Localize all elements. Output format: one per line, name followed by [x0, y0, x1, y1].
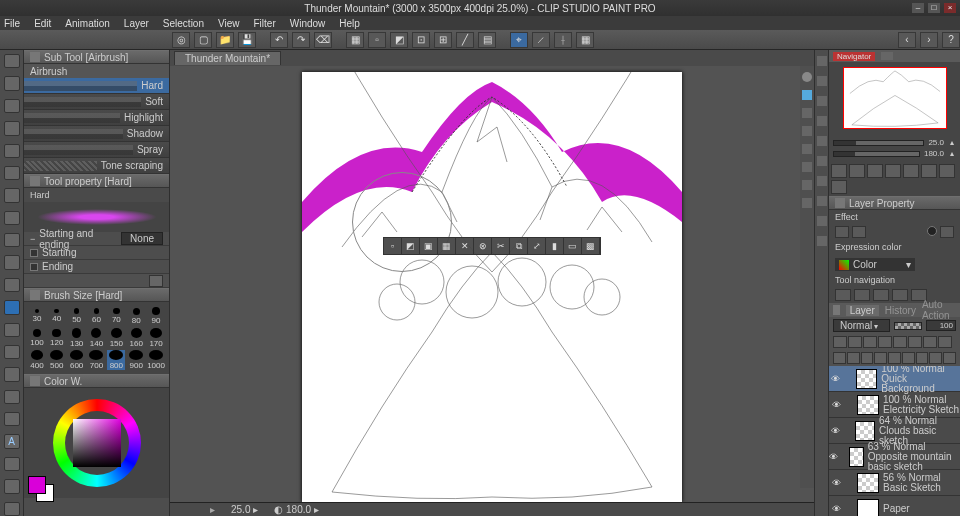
visibility-icon[interactable]: 👁 — [829, 504, 843, 514]
sel-eraseout-icon[interactable]: ⊗ — [474, 238, 492, 254]
zoom-slider[interactable] — [833, 140, 924, 146]
eyedropper-tool-icon[interactable] — [4, 211, 20, 225]
expression-color-dropdown[interactable]: Color▾ — [835, 258, 915, 271]
layer-action-icon[interactable] — [848, 336, 862, 348]
brush-size-1000[interactable]: 1000 — [147, 350, 165, 370]
frame-tool-icon[interactable] — [4, 479, 20, 493]
layer-action-icon[interactable] — [908, 336, 922, 348]
balloon-tool-icon[interactable] — [4, 457, 20, 471]
help-icon[interactable]: ? — [942, 32, 960, 48]
layer-action-icon[interactable] — [861, 352, 874, 364]
deselect-icon[interactable]: ▫ — [368, 32, 386, 48]
sel-copy-icon[interactable]: ⧉ — [510, 238, 528, 254]
marquee-tool-icon[interactable] — [4, 144, 20, 158]
material3-icon[interactable] — [802, 126, 812, 136]
brush-size-30[interactable]: 30 — [28, 306, 46, 326]
nav-zoomin-icon[interactable] — [849, 164, 865, 178]
sel-cut-icon[interactable]: ✂ — [492, 238, 510, 254]
canvas-page[interactable]: ▫ ◩ ▣ ▦ ✕ ⊗ ✂ ⧉ ⤢ ▮ ▭ ▩ — [302, 72, 682, 502]
nav-rotl-icon[interactable] — [921, 164, 937, 178]
brush-size-500[interactable]: 500 — [48, 350, 66, 370]
menu-filter[interactable]: Filter — [253, 18, 275, 29]
brush-size-800[interactable]: 800 — [107, 350, 125, 370]
brush-size-400[interactable]: 400 — [28, 350, 46, 370]
brush-size-60[interactable]: 60 — [88, 306, 106, 326]
brush-size-50[interactable]: 50 — [68, 306, 86, 326]
text-tool-icon[interactable]: A — [4, 434, 20, 448]
hue-ring[interactable] — [53, 399, 141, 487]
menu-edit[interactable]: Edit — [34, 18, 51, 29]
palette-dock-icon[interactable] — [817, 136, 827, 146]
palette-dock-icon[interactable] — [817, 96, 827, 106]
blend-mode-dropdown[interactable]: Normal ▾ — [833, 319, 890, 332]
snap-grid-icon[interactable]: ▦ — [576, 32, 594, 48]
tone-effect-icon[interactable] — [852, 226, 866, 238]
layercolor-effect-icon[interactable] — [940, 226, 954, 238]
lasso-tool-icon[interactable] — [4, 188, 20, 202]
nav-zoomout-icon[interactable] — [831, 164, 847, 178]
sel-newlayer-icon[interactable]: ▭ — [564, 238, 582, 254]
minimize-button[interactable]: – — [912, 3, 924, 13]
pin-icon[interactable] — [30, 176, 40, 186]
layer-row[interactable]: 👁 56 % NormalBasic Sketch — [829, 470, 960, 496]
brush-size-130[interactable]: 130 — [68, 328, 86, 348]
starting-ending-row[interactable]: − Starting and endingNone — [24, 232, 169, 246]
swatch-pair[interactable] — [28, 476, 46, 494]
wand-tool-icon[interactable] — [4, 166, 20, 180]
wrench-icon[interactable] — [149, 275, 163, 287]
sel-erase-icon[interactable]: ✕ — [456, 238, 474, 254]
brush-size-140[interactable]: 140 — [88, 328, 106, 348]
toolnav-eraser-icon[interactable] — [873, 289, 889, 301]
border-effect-icon[interactable] — [835, 226, 849, 238]
pin-icon[interactable] — [30, 290, 40, 300]
gradient-tool-icon[interactable] — [4, 412, 20, 426]
pen-tool-icon[interactable] — [4, 233, 20, 247]
pin-icon[interactable] — [833, 305, 840, 315]
itemlist-tab-icon[interactable] — [881, 52, 893, 60]
tab-layer[interactable]: Layer — [846, 305, 879, 316]
trash-icon[interactable] — [943, 352, 956, 364]
pin-icon[interactable] — [835, 198, 845, 208]
visibility-icon[interactable]: 👁 — [829, 478, 843, 488]
sel-deselect-icon[interactable]: ▫ — [384, 238, 402, 254]
checker-thumb-icon[interactable] — [833, 336, 847, 348]
palette-dock-icon[interactable] — [817, 176, 827, 186]
pencil-tool-icon[interactable] — [4, 255, 20, 269]
layer-action-icon[interactable] — [888, 352, 901, 364]
snap-special-icon[interactable]: ⟊ — [554, 32, 572, 48]
visibility-icon[interactable]: 👁 — [829, 374, 842, 384]
visibility-icon[interactable]: 👁 — [829, 426, 842, 436]
tab-history[interactable]: History — [885, 305, 916, 316]
palette-dock-icon[interactable] — [817, 56, 827, 66]
fg-swatch[interactable] — [28, 476, 46, 494]
snap-icon[interactable]: ⌖ — [510, 32, 528, 48]
opacity-slider[interactable] — [894, 322, 922, 330]
brushsize-header[interactable]: Brush Size [Hard] — [24, 288, 169, 302]
pin-icon[interactable] — [30, 376, 40, 386]
canvas-viewport[interactable]: ▫ ◩ ▣ ▦ ✕ ⊗ ✂ ⧉ ⤢ ▮ ▭ ▩ — [170, 66, 814, 502]
airbrush-tool-icon[interactable] — [4, 300, 20, 314]
toolnav-effect-icon[interactable] — [892, 289, 908, 301]
sel-tone-icon[interactable]: ▩ — [582, 238, 600, 254]
brush-size-700[interactable]: 700 — [88, 350, 106, 370]
nav-fit-icon[interactable] — [867, 164, 883, 178]
undo-icon[interactable]: ↶ — [270, 32, 288, 48]
shrink-sel-icon[interactable]: ⊡ — [412, 32, 430, 48]
toolnav-pencil-icon[interactable] — [854, 289, 870, 301]
color-header[interactable]: Color W. — [24, 374, 169, 388]
layer-action-icon[interactable] — [916, 352, 929, 364]
blend-tool-icon[interactable] — [4, 367, 20, 381]
erase-icon[interactable]: ⌫ — [314, 32, 332, 48]
new-folder-icon[interactable] — [847, 352, 860, 364]
material5-icon[interactable] — [802, 162, 812, 172]
brush-size-90[interactable]: 90 — [147, 306, 165, 326]
select-all-icon[interactable]: ▦ — [346, 32, 364, 48]
subtool-item-soft[interactable]: Soft — [24, 94, 169, 110]
layer-action-icon[interactable] — [893, 336, 907, 348]
rotate-slider[interactable] — [833, 151, 920, 157]
toolnav-pen-icon[interactable] — [835, 289, 851, 301]
menu-selection[interactable]: Selection — [163, 18, 204, 29]
subtool-tab[interactable]: Airbrush — [24, 64, 169, 78]
expand-sel-icon[interactable]: ⊞ — [434, 32, 452, 48]
save-icon[interactable]: 💾 — [238, 32, 256, 48]
